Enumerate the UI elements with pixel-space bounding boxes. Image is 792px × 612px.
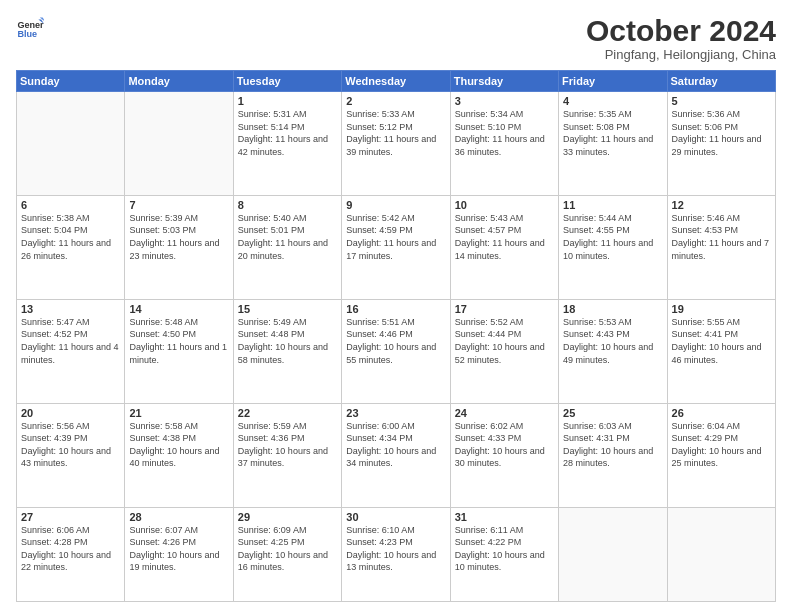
calendar-week-row: 6Sunrise: 5:38 AM Sunset: 5:04 PM Daylig… — [17, 195, 776, 299]
calendar-day-cell: 10Sunrise: 5:43 AM Sunset: 4:57 PM Dayli… — [450, 195, 558, 299]
calendar-day-cell: 15Sunrise: 5:49 AM Sunset: 4:48 PM Dayli… — [233, 299, 341, 403]
day-number: 10 — [455, 199, 554, 211]
weekday-header: Tuesday — [233, 71, 341, 92]
weekday-header: Friday — [559, 71, 667, 92]
day-number: 25 — [563, 407, 662, 419]
calendar-day-cell: 25Sunrise: 6:03 AM Sunset: 4:31 PM Dayli… — [559, 403, 667, 507]
logo: General Blue — [16, 14, 44, 42]
day-number: 19 — [672, 303, 771, 315]
day-number: 7 — [129, 199, 228, 211]
day-info: Sunrise: 5:49 AM Sunset: 4:48 PM Dayligh… — [238, 316, 337, 366]
day-number: 17 — [455, 303, 554, 315]
calendar-day-cell: 1Sunrise: 5:31 AM Sunset: 5:14 PM Daylig… — [233, 92, 341, 196]
day-info: Sunrise: 5:53 AM Sunset: 4:43 PM Dayligh… — [563, 316, 662, 366]
calendar-day-cell: 5Sunrise: 5:36 AM Sunset: 5:06 PM Daylig… — [667, 92, 775, 196]
calendar-day-cell: 20Sunrise: 5:56 AM Sunset: 4:39 PM Dayli… — [17, 403, 125, 507]
day-info: Sunrise: 5:55 AM Sunset: 4:41 PM Dayligh… — [672, 316, 771, 366]
calendar-day-cell: 8Sunrise: 5:40 AM Sunset: 5:01 PM Daylig… — [233, 195, 341, 299]
day-info: Sunrise: 6:02 AM Sunset: 4:33 PM Dayligh… — [455, 420, 554, 470]
calendar-day-cell: 22Sunrise: 5:59 AM Sunset: 4:36 PM Dayli… — [233, 403, 341, 507]
calendar-day-cell: 12Sunrise: 5:46 AM Sunset: 4:53 PM Dayli… — [667, 195, 775, 299]
weekday-header: Thursday — [450, 71, 558, 92]
calendar-day-cell: 31Sunrise: 6:11 AM Sunset: 4:22 PM Dayli… — [450, 507, 558, 602]
day-number: 24 — [455, 407, 554, 419]
calendar-day-cell: 28Sunrise: 6:07 AM Sunset: 4:26 PM Dayli… — [125, 507, 233, 602]
calendar-day-cell: 3Sunrise: 5:34 AM Sunset: 5:10 PM Daylig… — [450, 92, 558, 196]
calendar-day-cell: 19Sunrise: 5:55 AM Sunset: 4:41 PM Dayli… — [667, 299, 775, 403]
day-info: Sunrise: 5:35 AM Sunset: 5:08 PM Dayligh… — [563, 108, 662, 158]
day-info: Sunrise: 5:40 AM Sunset: 5:01 PM Dayligh… — [238, 212, 337, 262]
day-info: Sunrise: 6:09 AM Sunset: 4:25 PM Dayligh… — [238, 524, 337, 574]
logo-icon: General Blue — [16, 14, 44, 42]
calendar-day-cell: 27Sunrise: 6:06 AM Sunset: 4:28 PM Dayli… — [17, 507, 125, 602]
page: General Blue October 2024 Pingfang, Heil… — [0, 0, 792, 612]
calendar-day-cell: 6Sunrise: 5:38 AM Sunset: 5:04 PM Daylig… — [17, 195, 125, 299]
calendar-week-row: 1Sunrise: 5:31 AM Sunset: 5:14 PM Daylig… — [17, 92, 776, 196]
header: General Blue October 2024 Pingfang, Heil… — [16, 14, 776, 62]
day-number: 21 — [129, 407, 228, 419]
day-number: 29 — [238, 511, 337, 523]
day-info: Sunrise: 5:46 AM Sunset: 4:53 PM Dayligh… — [672, 212, 771, 262]
calendar-day-cell: 17Sunrise: 5:52 AM Sunset: 4:44 PM Dayli… — [450, 299, 558, 403]
day-number: 30 — [346, 511, 445, 523]
day-info: Sunrise: 5:47 AM Sunset: 4:52 PM Dayligh… — [21, 316, 120, 366]
day-info: Sunrise: 5:52 AM Sunset: 4:44 PM Dayligh… — [455, 316, 554, 366]
day-number: 2 — [346, 95, 445, 107]
day-info: Sunrise: 5:43 AM Sunset: 4:57 PM Dayligh… — [455, 212, 554, 262]
day-number: 9 — [346, 199, 445, 211]
calendar-day-cell: 30Sunrise: 6:10 AM Sunset: 4:23 PM Dayli… — [342, 507, 450, 602]
calendar-day-cell — [17, 92, 125, 196]
day-number: 11 — [563, 199, 662, 211]
day-info: Sunrise: 6:11 AM Sunset: 4:22 PM Dayligh… — [455, 524, 554, 574]
calendar-day-cell: 16Sunrise: 5:51 AM Sunset: 4:46 PM Dayli… — [342, 299, 450, 403]
day-info: Sunrise: 5:38 AM Sunset: 5:04 PM Dayligh… — [21, 212, 120, 262]
day-number: 12 — [672, 199, 771, 211]
day-info: Sunrise: 5:39 AM Sunset: 5:03 PM Dayligh… — [129, 212, 228, 262]
day-number: 23 — [346, 407, 445, 419]
calendar-day-cell: 11Sunrise: 5:44 AM Sunset: 4:55 PM Dayli… — [559, 195, 667, 299]
day-info: Sunrise: 6:06 AM Sunset: 4:28 PM Dayligh… — [21, 524, 120, 574]
weekday-header: Monday — [125, 71, 233, 92]
calendar-day-cell: 23Sunrise: 6:00 AM Sunset: 4:34 PM Dayli… — [342, 403, 450, 507]
day-number: 27 — [21, 511, 120, 523]
calendar-day-cell — [667, 507, 775, 602]
day-info: Sunrise: 5:36 AM Sunset: 5:06 PM Dayligh… — [672, 108, 771, 158]
calendar-day-cell: 9Sunrise: 5:42 AM Sunset: 4:59 PM Daylig… — [342, 195, 450, 299]
day-info: Sunrise: 6:03 AM Sunset: 4:31 PM Dayligh… — [563, 420, 662, 470]
day-number: 31 — [455, 511, 554, 523]
day-number: 28 — [129, 511, 228, 523]
day-number: 1 — [238, 95, 337, 107]
calendar-day-cell — [559, 507, 667, 602]
calendar-table: SundayMondayTuesdayWednesdayThursdayFrid… — [16, 70, 776, 602]
calendar-day-cell: 18Sunrise: 5:53 AM Sunset: 4:43 PM Dayli… — [559, 299, 667, 403]
calendar-week-row: 27Sunrise: 6:06 AM Sunset: 4:28 PM Dayli… — [17, 507, 776, 602]
calendar-week-row: 13Sunrise: 5:47 AM Sunset: 4:52 PM Dayli… — [17, 299, 776, 403]
day-info: Sunrise: 6:04 AM Sunset: 4:29 PM Dayligh… — [672, 420, 771, 470]
day-number: 16 — [346, 303, 445, 315]
day-number: 8 — [238, 199, 337, 211]
calendar-header-row: SundayMondayTuesdayWednesdayThursdayFrid… — [17, 71, 776, 92]
day-number: 26 — [672, 407, 771, 419]
weekday-header: Wednesday — [342, 71, 450, 92]
calendar-day-cell — [125, 92, 233, 196]
main-title: October 2024 — [586, 14, 776, 47]
day-info: Sunrise: 5:48 AM Sunset: 4:50 PM Dayligh… — [129, 316, 228, 366]
day-info: Sunrise: 5:31 AM Sunset: 5:14 PM Dayligh… — [238, 108, 337, 158]
calendar-day-cell: 4Sunrise: 5:35 AM Sunset: 5:08 PM Daylig… — [559, 92, 667, 196]
day-number: 15 — [238, 303, 337, 315]
calendar-day-cell: 24Sunrise: 6:02 AM Sunset: 4:33 PM Dayli… — [450, 403, 558, 507]
calendar-day-cell: 26Sunrise: 6:04 AM Sunset: 4:29 PM Dayli… — [667, 403, 775, 507]
subtitle: Pingfang, Heilongjiang, China — [586, 47, 776, 62]
calendar-day-cell: 29Sunrise: 6:09 AM Sunset: 4:25 PM Dayli… — [233, 507, 341, 602]
calendar-day-cell: 13Sunrise: 5:47 AM Sunset: 4:52 PM Dayli… — [17, 299, 125, 403]
day-info: Sunrise: 5:42 AM Sunset: 4:59 PM Dayligh… — [346, 212, 445, 262]
day-info: Sunrise: 5:59 AM Sunset: 4:36 PM Dayligh… — [238, 420, 337, 470]
day-number: 18 — [563, 303, 662, 315]
calendar-day-cell: 14Sunrise: 5:48 AM Sunset: 4:50 PM Dayli… — [125, 299, 233, 403]
title-block: October 2024 Pingfang, Heilongjiang, Chi… — [586, 14, 776, 62]
calendar-week-row: 20Sunrise: 5:56 AM Sunset: 4:39 PM Dayli… — [17, 403, 776, 507]
day-info: Sunrise: 5:56 AM Sunset: 4:39 PM Dayligh… — [21, 420, 120, 470]
svg-text:Blue: Blue — [17, 29, 37, 39]
day-info: Sunrise: 5:44 AM Sunset: 4:55 PM Dayligh… — [563, 212, 662, 262]
day-info: Sunrise: 5:58 AM Sunset: 4:38 PM Dayligh… — [129, 420, 228, 470]
